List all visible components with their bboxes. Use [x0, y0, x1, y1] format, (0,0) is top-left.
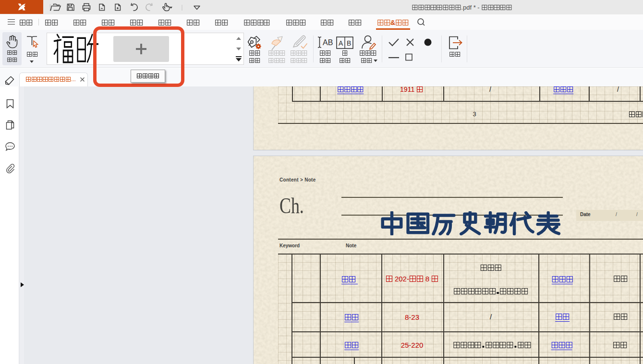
svg-text:A: A [339, 39, 343, 47]
svg-text:B: B [347, 39, 351, 47]
svg-text:AB: AB [323, 38, 333, 47]
